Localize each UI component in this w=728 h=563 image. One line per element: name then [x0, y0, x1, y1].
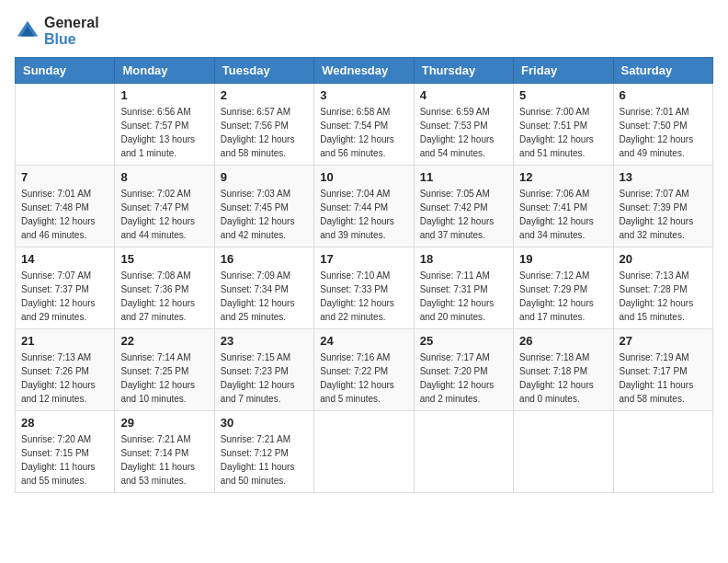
- week-row: 7Sunrise: 7:01 AMSunset: 7:48 PMDaylight…: [16, 166, 713, 247]
- day-number: 23: [221, 334, 308, 348]
- day-number: 17: [320, 252, 407, 266]
- week-row: 14Sunrise: 7:07 AMSunset: 7:37 PMDayligh…: [16, 247, 713, 329]
- day-cell: 17Sunrise: 7:10 AMSunset: 7:33 PMDayligh…: [314, 247, 414, 329]
- day-number: 21: [21, 334, 108, 348]
- day-cell: 24Sunrise: 7:16 AMSunset: 7:22 PMDayligh…: [314, 329, 414, 411]
- day-cell: 15Sunrise: 7:08 AMSunset: 7:36 PMDayligh…: [115, 247, 214, 329]
- day-number: 2: [221, 88, 308, 102]
- day-cell: 14Sunrise: 7:07 AMSunset: 7:37 PMDayligh…: [16, 247, 115, 329]
- week-row: 21Sunrise: 7:13 AMSunset: 7:26 PMDayligh…: [16, 329, 713, 411]
- day-cell: [514, 411, 613, 493]
- day-number: 3: [320, 88, 407, 102]
- day-number: 6: [620, 88, 707, 102]
- day-info: Sunrise: 7:00 AMSunset: 7:51 PMDaylight:…: [519, 105, 607, 160]
- weekday-header: Wednesday: [314, 58, 414, 84]
- day-number: 13: [620, 170, 707, 184]
- day-cell: 7Sunrise: 7:01 AMSunset: 7:48 PMDaylight…: [16, 166, 115, 247]
- day-number: 24: [320, 334, 407, 348]
- day-cell: 12Sunrise: 7:06 AMSunset: 7:41 PMDayligh…: [514, 166, 613, 247]
- day-cell: 4Sunrise: 6:59 AMSunset: 7:53 PMDaylight…: [414, 84, 513, 166]
- day-cell: 2Sunrise: 6:57 AMSunset: 7:56 PMDaylight…: [214, 84, 313, 166]
- day-cell: 20Sunrise: 7:13 AMSunset: 7:28 PMDayligh…: [613, 247, 712, 329]
- weekday-header: Sunday: [16, 58, 115, 84]
- calendar: SundayMondayTuesdayWednesdayThursdayFrid…: [15, 57, 713, 493]
- day-cell: 10Sunrise: 7:04 AMSunset: 7:44 PMDayligh…: [314, 166, 414, 247]
- day-cell: 18Sunrise: 7:11 AMSunset: 7:31 PMDayligh…: [414, 247, 513, 329]
- day-info: Sunrise: 6:56 AMSunset: 7:57 PMDaylight:…: [120, 105, 208, 160]
- day-cell: [314, 411, 414, 493]
- day-number: 1: [120, 88, 208, 102]
- day-number: 14: [21, 252, 108, 266]
- day-cell: 22Sunrise: 7:14 AMSunset: 7:25 PMDayligh…: [115, 329, 214, 411]
- day-cell: 16Sunrise: 7:09 AMSunset: 7:34 PMDayligh…: [214, 247, 313, 329]
- weekday-header-row: SundayMondayTuesdayWednesdayThursdayFrid…: [16, 58, 713, 84]
- day-cell: [613, 411, 712, 493]
- day-info: Sunrise: 6:57 AMSunset: 7:56 PMDaylight:…: [221, 105, 308, 160]
- calendar-body: 1Sunrise: 6:56 AMSunset: 7:57 PMDaylight…: [16, 84, 713, 493]
- day-number: 10: [320, 170, 407, 184]
- day-number: 18: [420, 252, 507, 266]
- day-info: Sunrise: 7:19 AMSunset: 7:17 PMDaylight:…: [620, 350, 707, 406]
- day-cell: 3Sunrise: 6:58 AMSunset: 7:54 PMDaylight…: [314, 84, 414, 166]
- day-number: 22: [120, 334, 208, 348]
- day-info: Sunrise: 7:11 AMSunset: 7:31 PMDaylight:…: [420, 269, 507, 324]
- day-cell: 23Sunrise: 7:15 AMSunset: 7:23 PMDayligh…: [214, 329, 313, 411]
- day-cell: 28Sunrise: 7:20 AMSunset: 7:15 PMDayligh…: [16, 411, 115, 493]
- day-number: 5: [519, 88, 607, 102]
- day-number: 27: [620, 334, 707, 348]
- day-cell: 6Sunrise: 7:01 AMSunset: 7:50 PMDaylight…: [613, 84, 712, 166]
- day-number: 29: [120, 416, 208, 430]
- day-info: Sunrise: 7:01 AMSunset: 7:48 PMDaylight:…: [21, 187, 108, 242]
- day-info: Sunrise: 7:13 AMSunset: 7:26 PMDaylight:…: [21, 350, 108, 406]
- day-info: Sunrise: 7:20 AMSunset: 7:15 PMDaylight:…: [21, 432, 108, 488]
- day-info: Sunrise: 7:09 AMSunset: 7:34 PMDaylight:…: [221, 269, 308, 324]
- day-number: 30: [221, 416, 308, 430]
- day-info: Sunrise: 7:10 AMSunset: 7:33 PMDaylight:…: [320, 269, 407, 324]
- day-info: Sunrise: 7:05 AMSunset: 7:42 PMDaylight:…: [420, 187, 507, 242]
- day-cell: 26Sunrise: 7:18 AMSunset: 7:18 PMDayligh…: [514, 329, 613, 411]
- day-info: Sunrise: 7:04 AMSunset: 7:44 PMDaylight:…: [320, 187, 407, 242]
- calendar-header: SundayMondayTuesdayWednesdayThursdayFrid…: [16, 58, 713, 84]
- week-row: 28Sunrise: 7:20 AMSunset: 7:15 PMDayligh…: [16, 411, 713, 493]
- day-info: Sunrise: 7:07 AMSunset: 7:37 PMDaylight:…: [21, 269, 108, 324]
- day-number: 11: [420, 170, 507, 184]
- day-info: Sunrise: 7:21 AMSunset: 7:14 PMDaylight:…: [120, 432, 208, 488]
- day-cell: 19Sunrise: 7:12 AMSunset: 7:29 PMDayligh…: [514, 247, 613, 329]
- day-cell: 9Sunrise: 7:03 AMSunset: 7:45 PMDaylight…: [214, 166, 313, 247]
- day-cell: 11Sunrise: 7:05 AMSunset: 7:42 PMDayligh…: [414, 166, 513, 247]
- weekday-header: Thursday: [414, 58, 513, 84]
- day-number: 25: [420, 334, 507, 348]
- day-cell: 5Sunrise: 7:00 AMSunset: 7:51 PMDaylight…: [514, 84, 613, 166]
- day-cell: 8Sunrise: 7:02 AMSunset: 7:47 PMDaylight…: [115, 166, 214, 247]
- day-info: Sunrise: 7:14 AMSunset: 7:25 PMDaylight:…: [120, 350, 208, 406]
- day-info: Sunrise: 7:18 AMSunset: 7:18 PMDaylight:…: [519, 350, 607, 406]
- weekday-header: Tuesday: [214, 58, 313, 84]
- day-info: Sunrise: 7:01 AMSunset: 7:50 PMDaylight:…: [620, 105, 707, 160]
- day-cell: 13Sunrise: 7:07 AMSunset: 7:39 PMDayligh…: [613, 166, 712, 247]
- day-number: 28: [21, 416, 108, 430]
- day-number: 7: [21, 170, 108, 184]
- day-cell: 30Sunrise: 7:21 AMSunset: 7:12 PMDayligh…: [214, 411, 313, 493]
- week-row: 1Sunrise: 6:56 AMSunset: 7:57 PMDaylight…: [16, 84, 713, 166]
- day-info: Sunrise: 7:15 AMSunset: 7:23 PMDaylight:…: [221, 350, 308, 406]
- day-info: Sunrise: 7:08 AMSunset: 7:36 PMDaylight:…: [120, 269, 208, 324]
- day-number: 9: [221, 170, 308, 184]
- header: General Blue: [15, 15, 713, 48]
- day-info: Sunrise: 7:02 AMSunset: 7:47 PMDaylight:…: [120, 187, 208, 242]
- day-info: Sunrise: 7:13 AMSunset: 7:28 PMDaylight:…: [620, 269, 707, 324]
- day-info: Sunrise: 7:12 AMSunset: 7:29 PMDaylight:…: [519, 269, 607, 324]
- day-number: 8: [120, 170, 208, 184]
- day-cell: 25Sunrise: 7:17 AMSunset: 7:20 PMDayligh…: [414, 329, 513, 411]
- day-cell: 29Sunrise: 7:21 AMSunset: 7:14 PMDayligh…: [115, 411, 214, 493]
- day-cell: [16, 84, 115, 166]
- day-info: Sunrise: 7:06 AMSunset: 7:41 PMDaylight:…: [519, 187, 607, 242]
- day-cell: 27Sunrise: 7:19 AMSunset: 7:17 PMDayligh…: [613, 329, 712, 411]
- logo-icon: [15, 18, 40, 44]
- day-info: Sunrise: 7:16 AMSunset: 7:22 PMDaylight:…: [320, 350, 407, 406]
- day-cell: [414, 411, 513, 493]
- day-number: 4: [420, 88, 507, 102]
- day-info: Sunrise: 6:59 AMSunset: 7:53 PMDaylight:…: [420, 105, 507, 160]
- day-number: 20: [620, 252, 707, 266]
- day-number: 26: [519, 334, 607, 348]
- weekday-header: Monday: [115, 58, 214, 84]
